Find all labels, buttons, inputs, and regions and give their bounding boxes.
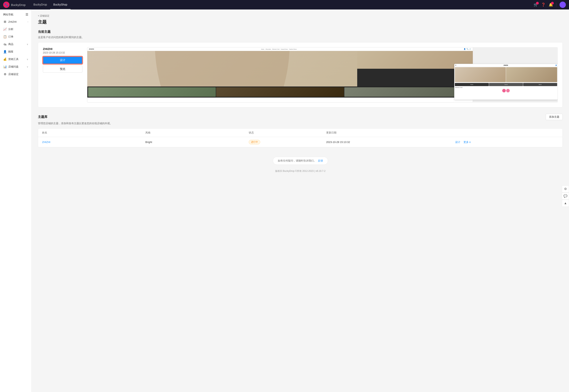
mock-user-icon: 👤 [464, 48, 466, 50]
float-scroll-top-btn[interactable]: ▲ [562, 200, 569, 207]
theme-table: 姓名 风格 状态 更新日期 ZHIZHI Bright 进行中 2023-10-… [38, 128, 563, 147]
mob-menu-icon: ☰ [455, 65, 456, 66]
feedback-link[interactable]: 反馈 [318, 159, 323, 163]
mob-user-icon: 👤 [555, 65, 557, 66]
mob-items [455, 67, 557, 83]
mob-item-2 [506, 67, 557, 82]
sidebar-item-orders[interactable]: 📋 订单 [0, 33, 31, 41]
nav-divider [556, 3, 556, 7]
sidebar-item-analytics[interactable]: 📈 分析 [0, 26, 31, 33]
sidebar-menu-icon[interactable]: ☰ [26, 13, 28, 16]
add-theme-button[interactable]: 添加主题 [546, 114, 563, 120]
app-body: 网站导航 ☰ ⊞ ZHIZHI › 📈 分析 📋 订单 🛍 商品 ∨ 👤 顾客 … [0, 10, 569, 392]
float-settings-btn[interactable]: ⚙ [562, 185, 569, 193]
logo[interactable]: 🐾 BuckyDrop [3, 1, 26, 8]
mockup-hero [87, 51, 473, 86]
user-avatar[interactable] [559, 1, 566, 8]
mockup-icons: 👤 🔍 🛒 [464, 48, 471, 50]
grid-icon: ⊞ [3, 20, 7, 24]
nav-casualdress: Casual Dress [281, 49, 288, 50]
page-footer: 版权归 BuckyDrop ©所有 2012-2023 | v8.19.7-2 [38, 169, 563, 176]
mob-suits-label: Women's Suit [455, 86, 557, 88]
col-date: 更新日期 [326, 131, 455, 135]
sidebar-item-zhizhi[interactable]: ⊞ ZHIZHI › [0, 18, 31, 26]
sidebar-item-customers[interactable]: 👤 顾客 [0, 48, 31, 56]
feedback-section: 如有任何疑问，请随时告诉我们。 反馈 [38, 152, 563, 169]
preview-button[interactable]: 预览 [43, 66, 82, 73]
copyright-text: 版权归 BuckyDrop ©所有 2012-2023 | v8.19.7-2 [275, 170, 326, 172]
sidebar-header: 网站导航 ☰ [0, 11, 31, 18]
nav-allproduct: All product [266, 49, 271, 50]
sidebar-label-customers: 顾客 [8, 50, 14, 54]
sidebar-item-store-dash[interactable]: 📊 店铺问盘 ∨ [0, 63, 31, 70]
mockup-mobile: ☰ ZHIZHI 👤 Fashio Casual Wome [454, 64, 558, 100]
row-theme-name[interactable]: ZHIZHI [42, 140, 145, 144]
library-desc: 管理您店铺的主题，添加和发布主题以更改您的在线店铺的外观。 [38, 122, 563, 125]
sidebar-label-marketing: 营销工具 [8, 57, 19, 61]
mob-cat-1: Fashio [455, 83, 489, 86]
col-style: 风格 [145, 131, 249, 135]
theme-library-title: 主题库 [38, 115, 47, 119]
mockup-nav-bar: ZHIZHI Home All product Women's Suit Cas… [87, 47, 473, 51]
sidebar-title: 网站导航 [3, 13, 14, 16]
sidebar-label-store-dash: 店铺问盘 [8, 65, 19, 69]
bell-badge [551, 2, 554, 4]
current-theme-desc: 这是客户在访问您的商店时看到的主题。 [38, 36, 563, 39]
chevron-down-icon-2: ∨ [27, 58, 28, 61]
breadcrumb[interactable]: < 店铺设定 [38, 14, 563, 18]
logo-icon: 🐾 [3, 1, 10, 8]
sidebar-label-zhizhi: ZHIZHI [8, 20, 17, 23]
mockup-nav-links: Home All product Women's Suit Casual Dre… [261, 49, 297, 50]
design-button[interactable]: 设计 [43, 56, 82, 64]
buckydrop-label: BuckyDrop [11, 3, 26, 7]
status-badge: 进行中 [249, 140, 260, 144]
top-nav: 🐾 BuckyDrop BuckyDrop BuckyShop 🛒 ❓ 🔔 [0, 0, 569, 10]
tab-buckydrop[interactable]: BuckyDrop [30, 0, 50, 10]
mob-heart-1 [502, 89, 506, 92]
help-icon-btn[interactable]: ❓ [541, 2, 545, 7]
tab-buckyshop[interactable]: BuckyShop [50, 0, 71, 10]
cart-badge [536, 2, 539, 4]
top-nav-right: 🛒 ❓ 🔔 [534, 1, 566, 8]
mockup-brand: ZHIZHI [89, 48, 94, 50]
row-more-link[interactable]: 更多 ∨ [464, 140, 471, 144]
mockup-desktop: ZHIZHI Home All product Women's Suit Cas… [87, 47, 473, 102]
orders-icon: 📋 [3, 35, 7, 39]
row-status: 进行中 [249, 140, 326, 144]
mob-item-1 [455, 67, 506, 82]
mob-heart-2 [506, 89, 510, 92]
theme-name: ZHIZHI [43, 47, 82, 51]
theme-library-header: 主题库 添加主题 [38, 114, 563, 120]
mockup-hero-main-img [87, 51, 357, 86]
table-row: ZHIZHI Bright 进行中 2023-10-28 15:13:32 设计… [38, 137, 562, 147]
theme-preview: ZHIZHI Home All product Women's Suit Cas… [87, 47, 558, 102]
mockup-thumb-1 [88, 87, 216, 97]
chevron-down-icon: ∨ [27, 43, 28, 46]
mock-cart-icon: 🛒 [469, 48, 471, 50]
chevron-right-icon: › [28, 21, 28, 23]
mockup-thumb-2 [216, 87, 344, 97]
nav-fashiondress: Fashion Dress [289, 49, 297, 50]
nav-womensuit: Women's Suit [272, 49, 280, 50]
products-icon: 🛍 [3, 43, 7, 46]
sidebar-label-products: 商品 [8, 42, 14, 46]
mob-cat-3: Wome [523, 83, 557, 86]
bell-icon-btn[interactable]: 🔔 [549, 2, 553, 7]
cart-icon-btn[interactable]: 🛒 [534, 2, 538, 7]
sidebar-item-store-settings[interactable]: ⚙ 店铺设定 [0, 70, 31, 78]
sidebar-label-store-settings: 店铺设定 [8, 72, 19, 76]
row-date: 2023-10-28 15:13:32 [326, 140, 455, 144]
float-chat-btn[interactable]: 💬 [562, 193, 569, 200]
current-theme-card: ZHIZHI 2023-10-28 15:13:32 设计 预览 ZHIZHI … [38, 42, 563, 107]
row-design-link[interactable]: 设计 [455, 140, 460, 144]
sidebar-item-products[interactable]: 🛍 商品 ∨ [0, 41, 31, 48]
current-theme-title: 当前主题 [38, 30, 563, 34]
marketing-icon: 💰 [3, 57, 7, 61]
settings-icon: ⚙ [3, 72, 7, 76]
mockup-bottom-row [87, 86, 473, 98]
mockup-thumb-3 [344, 87, 472, 97]
store-dash-icon: 📊 [3, 65, 7, 69]
table-header: 姓名 风格 状态 更新日期 [38, 128, 562, 137]
sidebar-item-marketing[interactable]: 💰 营销工具 ∨ [0, 56, 31, 63]
feedback-text: 如有任何疑问，请随时告诉我们。 [278, 159, 316, 163]
